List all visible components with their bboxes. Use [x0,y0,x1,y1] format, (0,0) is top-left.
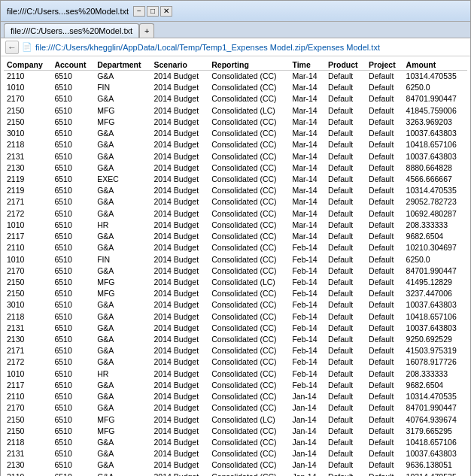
table-cell: MFG [94,277,150,288]
window-controls[interactable]: − □ ✕ [133,6,172,17]
back-button[interactable]: ← [5,41,19,54]
table-cell: Default [366,288,403,299]
close-button[interactable]: ✕ [160,6,172,17]
table-cell: Default [325,265,366,277]
table-cell: Consolidated (CC) [208,208,289,220]
table-cell: 2014 Budget [151,277,209,288]
minimize-button[interactable]: − [133,6,145,17]
table-cell: G&A [94,448,150,459]
table-cell: Consolidated (CC) [208,265,289,277]
table-cell: Default [366,356,403,368]
table-cell: Default [325,185,366,196]
table-cell: Consolidated (CC) [208,185,289,196]
table-cell: Consolidated (CC) [208,196,289,208]
table-cell: Default [325,414,366,426]
table-cell: Default [325,368,366,380]
active-tab[interactable]: file:///C:/Users...ses%20Model.txt [4,23,139,38]
table-cell: MFG [94,117,150,128]
table-cell: Default [325,391,366,402]
table-cell: Feb-14 [289,311,325,323]
table-row: 21306510G&A2014 BudgetConsolidated (CC)J… [4,459,467,471]
table-cell: G&A [94,162,150,174]
table-cell: Consolidated (CC) [208,128,289,139]
new-tab-button[interactable]: + [139,23,154,38]
table-cell: 4566.666667 [403,174,467,185]
table-header-row: Company Account Department Scenario Repo… [4,59,467,71]
table-cell: 2014 Budget [151,265,209,277]
table-cell: 1010 [4,368,51,380]
tab-bar: file:///C:/Users...ses%20Model.txt + [1,22,470,38]
maximize-button[interactable]: □ [147,6,159,17]
table-cell: 2014 Budget [151,356,209,368]
table-row: 21706510G&A2014 BudgetConsolidated (CC)F… [4,265,467,277]
table-cell: 2014 Budget [151,185,209,196]
table-cell: Default [325,288,366,299]
table-cell: Default [325,117,366,128]
table-cell: 6510 [51,151,94,162]
table-cell: 10037.643803 [403,128,467,139]
table-cell: 2014 Budget [151,220,209,231]
table-cell: 1010 [4,82,51,93]
table-cell: Default [325,459,366,471]
table-cell: Default [325,254,366,265]
table-cell: 6510 [51,105,94,117]
table-cell: 2014 Budget [151,208,209,220]
table-cell: 2171 [4,345,51,356]
table-cell: Default [325,162,366,174]
table-cell: Consolidated (CC) [208,459,289,471]
table-row: 30106510G&A2014 BudgetConsolidated (CC)F… [4,299,467,311]
table-row: 21506510MFG2014 BudgetConsolidated (LC)M… [4,105,467,117]
table-cell: 6510 [51,437,94,448]
table-cell: Mar-14 [289,220,325,231]
table-cell: G&A [94,139,150,150]
table-cell: 2172 [4,208,51,220]
table-row: 21316510G&A2014 BudgetConsolidated (CC)J… [4,448,467,459]
table-cell: Default [366,277,403,288]
table-cell: Default [325,334,366,345]
table-cell: Default [325,345,366,356]
table-cell: 6510 [51,82,94,93]
table-cell: 2014 Budget [151,231,209,242]
table-cell: 6510 [51,208,94,220]
table-cell: Default [325,242,366,253]
table-cell: 2172 [4,356,51,368]
table-cell: Default [325,196,366,208]
table-cell: 6510 [51,254,94,265]
table-cell: Default [325,82,366,93]
table-cell: 2014 Budget [151,174,209,185]
table-cell: 2118 [4,311,51,323]
table-cell: 2014 Budget [151,380,209,391]
table-row: 21196510G&A2014 BudgetConsolidated (CC)J… [4,471,467,476]
table-cell: G&A [94,334,150,345]
table-cell: 6510 [51,93,94,105]
table-cell: Consolidated (CC) [208,299,289,311]
address-path: file:///C:/Users/khegglin/AppData/Local/… [35,43,466,52]
table-cell: Default [366,471,403,476]
table-cell: 29052.782723 [403,196,467,208]
table-cell: 6510 [51,128,94,139]
table-cell: Consolidated (CC) [208,356,289,368]
table-cell: Consolidated (CC) [208,231,289,242]
table-cell: 6250.0 [403,254,467,265]
tab-label: file:///C:/Users...ses%20Model.txt [11,26,132,35]
table-cell: 6510 [51,220,94,231]
table-cell: 2014 Budget [151,151,209,162]
table-cell: Default [325,402,366,414]
col-header-amount: Amount [403,59,467,71]
table-cell: Mar-14 [289,82,325,93]
table-cell: Mar-14 [289,196,325,208]
table-cell: 2014 Budget [151,414,209,426]
table-cell: 6510 [51,288,94,299]
table-cell: Default [366,448,403,459]
table-cell: Consolidated (CC) [208,71,289,83]
table-cell: 2014 Budget [151,139,209,150]
table-cell: 40764.939674 [403,414,467,426]
table-row: 10106510FIN2014 BudgetConsolidated (CC)F… [4,254,467,265]
table-cell: 2014 Budget [151,71,209,83]
table-row: 21506510MFG2014 BudgetConsolidated (CC)F… [4,288,467,299]
table-cell: 9250.692529 [403,334,467,345]
table-cell: 2014 Budget [151,196,209,208]
table-cell: 16078.917726 [403,356,467,368]
table-cell: Feb-14 [289,380,325,391]
table-row: 21306510G&A2014 BudgetConsolidated (CC)M… [4,162,467,174]
